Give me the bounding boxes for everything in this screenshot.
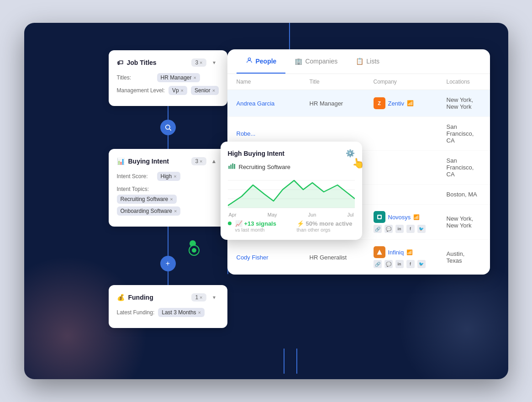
tag-recruiting-sw[interactable]: Recruiting Software × <box>117 195 177 204</box>
tag-senior[interactable]: Senior × <box>191 86 219 95</box>
lists-tab-icon: 📋 <box>356 58 363 65</box>
funding-count: 1 <box>195 294 198 301</box>
stat-active: ⚡ 50% more active than other orgs <box>297 220 355 233</box>
company-bars-6: 📶 <box>406 249 413 255</box>
svg-line-1 <box>169 129 171 131</box>
tag-onboarding-sw[interactable]: Onboarding Software × <box>117 206 181 216</box>
header-name: Name <box>237 79 310 85</box>
tag-high-remove[interactable]: × <box>174 174 176 179</box>
buying-intent-label: Buying Intent <box>128 158 169 165</box>
social-twitter-5[interactable]: 🐦 <box>417 225 426 233</box>
company-bars-1: 📶 <box>407 100 414 106</box>
chart-container: Apr May Jun Jul <box>228 176 355 217</box>
location-2: San Francisco, CA <box>447 123 481 144</box>
job-titles-badge[interactable]: 3 × <box>191 58 206 67</box>
location-6: Austin, Texas <box>447 250 481 264</box>
svg-marker-5 <box>377 249 382 254</box>
chart-bar-icon <box>228 162 235 171</box>
job-titles-count: 3 <box>195 59 198 66</box>
stat-signals: 📈 +13 signals vs last month <box>235 220 293 233</box>
tag-hr-manager[interactable]: HR Manager × <box>157 73 200 82</box>
company-name-5[interactable]: Novosys <box>388 214 411 221</box>
connector-5 <box>168 245 169 256</box>
funding-badge[interactable]: 1 × <box>191 293 206 302</box>
tag-vp[interactable]: Vp × <box>169 86 187 95</box>
tag-vp-remove[interactable]: × <box>181 88 184 93</box>
popup-software-row: Recruiting Software <box>228 162 355 171</box>
intent-topics-label-row: Intent Topics: <box>117 185 219 193</box>
intent-popup: High Buying Intent ⚙️ Recruiting Softwar… <box>221 142 362 240</box>
tag-senior-remove[interactable]: × <box>212 88 215 93</box>
svg-rect-6 <box>228 166 230 169</box>
social-linkedin-6[interactable]: in <box>395 260 404 268</box>
buying-intent-title: 📊 Buying Intent <box>117 158 169 165</box>
person-name-6[interactable]: Cody Fisher <box>237 254 310 261</box>
funding-card: 💰 Funding 1 × ▾ Latest Funding: Last 3 M… <box>109 285 227 328</box>
label-apr: Apr <box>229 212 237 217</box>
active-sub: than other orgs <box>297 227 355 233</box>
search-node[interactable] <box>160 120 176 135</box>
svg-rect-4 <box>378 216 381 218</box>
person-name-2[interactable]: Robe... <box>237 130 310 137</box>
social-fb-6[interactable]: f <box>406 260 415 268</box>
social-chat-5[interactable]: 💬 <box>385 225 393 233</box>
company-cell-1: Z Zentiv 📶 <box>374 97 447 109</box>
location-5: New York, New York <box>447 215 481 229</box>
top-connector-line <box>289 23 290 49</box>
connector-4 <box>168 240 169 245</box>
add-filter-node[interactable]: + <box>160 256 176 271</box>
person-title-1: HR Manager <box>310 100 374 107</box>
tab-companies[interactable]: 🏢 Companies <box>285 50 347 73</box>
social-chat-6[interactable]: 💬 <box>385 260 393 268</box>
tag-recruiting-sw-remove[interactable]: × <box>170 196 173 202</box>
bg-decoration-right <box>399 260 508 379</box>
tab-lists[interactable]: 📋 Lists <box>347 50 389 73</box>
table-row: Cody Fisher HR Generalist Infiniq 📶 🔗 💬 … <box>227 240 490 275</box>
connector-2 <box>168 135 169 149</box>
titles-label: Titles: <box>117 73 153 81</box>
company-bars-5: 📶 <box>413 214 420 220</box>
intent-score-row: Intent Score: High × <box>117 172 219 181</box>
company-logo-1: Z <box>374 97 385 109</box>
social-link-6[interactable]: 🔗 <box>374 260 382 268</box>
social-fb-5[interactable]: f <box>406 225 415 233</box>
active-value: ⚡ 50% more active <box>297 220 355 227</box>
company-cell-6: Infiniq 📶 🔗 💬 in f 🐦 <box>374 246 447 268</box>
settings-icon[interactable]: ⚙️ <box>346 149 355 158</box>
buying-intent-x[interactable]: × <box>200 159 202 164</box>
tag-last-3-months-remove[interactable]: × <box>198 310 201 315</box>
funding-chevron[interactable]: ▾ <box>209 292 219 302</box>
funding-row: Latest Funding: Last 3 Months × <box>117 308 219 317</box>
company-info-5: Novosys 📶 <box>374 211 447 223</box>
job-titles-chevron[interactable]: ▾ <box>209 58 219 68</box>
social-link-5[interactable]: 🔗 <box>374 225 382 233</box>
main-frame: 🏷 Job Titles 3 × ▾ Titles: HR Manager × <box>24 23 508 379</box>
header-locations: Locations <box>447 79 481 85</box>
connector-3 <box>168 227 169 240</box>
job-titles-label: Job Titles <box>127 59 157 66</box>
company-name-6[interactable]: Infiniq <box>388 249 404 256</box>
funding-header: 💰 Funding 1 × ▾ <box>117 292 219 302</box>
job-titles-x[interactable]: × <box>200 60 202 65</box>
tag-onboarding-sw-remove[interactable]: × <box>174 208 177 214</box>
job-titles-card: 🏷 Job Titles 3 × ▾ Titles: HR Manager × <box>109 50 227 106</box>
chart-x-labels: Apr May Jun Jul <box>228 212 355 217</box>
social-linkedin-5[interactable]: in <box>395 225 404 233</box>
label-jun: Jun <box>308 212 316 217</box>
company-name-1[interactable]: Zentiv <box>388 100 404 107</box>
bottom-v-line-2 <box>296 349 297 374</box>
mid-connector: + <box>109 227 227 285</box>
funding-x[interactable]: × <box>200 295 202 300</box>
person-name-1[interactable]: Andrea Garcia <box>237 100 310 107</box>
social-twitter-6[interactable]: 🐦 <box>417 260 426 268</box>
tab-people[interactable]: People <box>237 49 286 74</box>
buying-intent-header: 📊 Buying Intent 3 × ▲ <box>117 156 219 166</box>
svg-rect-9 <box>234 164 235 169</box>
social-icons-5: 🔗 💬 in f 🐦 <box>374 225 447 233</box>
tag-high[interactable]: High × <box>157 172 180 181</box>
tag-last-3-months[interactable]: Last 3 Months × <box>158 308 205 317</box>
table-row: Andrea Garcia HR Manager Z Zentiv 📶 New … <box>227 90 490 117</box>
tag-hr-manager-remove[interactable]: × <box>194 75 196 80</box>
buying-intent-badge[interactable]: 3 × <box>191 157 206 165</box>
buying-intent-chevron[interactable]: ▲ <box>209 156 219 166</box>
